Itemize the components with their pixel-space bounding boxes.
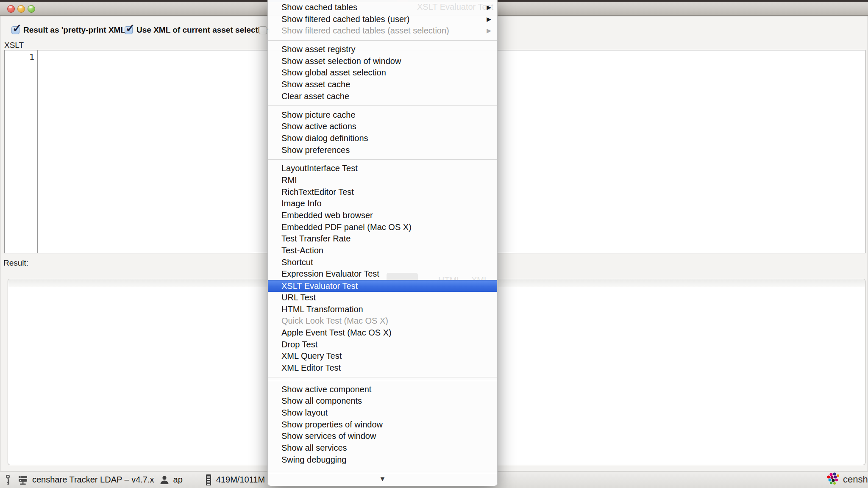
menu-item-image-info[interactable]: Image Info	[268, 198, 497, 210]
menu-item-show-properties-of-window[interactable]: Show properties of window	[268, 419, 497, 431]
menu-item-show-global-asset-selection[interactable]: Show global asset selection	[268, 67, 497, 79]
checkbox-use-xml-of-selection[interactable]: Use XML of current asset selection	[125, 25, 270, 35]
checkbox-box[interactable]	[259, 26, 267, 34]
menu-item-drop-test[interactable]: Drop Test	[268, 339, 497, 351]
checkbox-box[interactable]	[11, 26, 19, 34]
menu-item-label: Show services of window	[281, 431, 376, 441]
menu-item-show-cached-tables[interactable]: Show cached tables▶	[268, 2, 497, 14]
menu-item-label: Test Transfer Rate	[281, 234, 351, 243]
menu-item-show-services-of-window[interactable]: Show services of window	[268, 430, 497, 442]
key-icon	[3, 475, 14, 485]
menu-item-label: Show preferences	[281, 145, 350, 155]
menu-item-expression-evaluator-test[interactable]: Expression Evaluator Test	[268, 268, 497, 280]
menu-item-show-preferences[interactable]: Show preferences	[268, 144, 497, 156]
menu-item-label: Expression Evaluator Test	[281, 269, 379, 278]
menu-item-show-all-services[interactable]: Show all services	[268, 442, 497, 454]
checkbox-label: Result as 'pretty-print XML'	[23, 25, 128, 35]
censhare-logo-icon	[826, 472, 840, 487]
zoom-button[interactable]	[28, 5, 35, 13]
menu-item-apple-event-test-mac-os-x[interactable]: Apple Event Test (Mac OS X)	[268, 327, 497, 339]
menu-separator	[268, 381, 497, 381]
menu-item-show-asset-registry[interactable]: Show asset registry	[268, 44, 497, 55]
server-connection-icon	[17, 474, 28, 485]
menu-item-label: Apple Event Test (Mac OS X)	[281, 328, 392, 337]
line-number: 1	[5, 50, 37, 62]
menu-item-show-filtered-cached-tables-asset-selection: Show filtered cached tables (asset selec…	[268, 25, 497, 37]
menu-item-show-active-actions[interactable]: Show active actions	[268, 121, 497, 133]
menu-item-show-layout[interactable]: Show layout	[268, 407, 497, 419]
menu-item-label: Show cached tables	[281, 3, 357, 12]
debug-context-menu: XSLT Evaluator Test HTML XML Show cached…	[267, 0, 498, 486]
menu-item-label: RMI	[281, 175, 297, 185]
menu-item-label: Clear asset cache	[281, 92, 349, 101]
menu-item-label: HTML Transformation	[281, 305, 363, 314]
menu-item-label: Test-Action	[281, 246, 323, 255]
menu-item-label: XML Query Test	[281, 351, 342, 360]
xslt-panel-label: XSLT	[4, 41, 24, 50]
menu-item-show-all-components[interactable]: Show all components	[268, 395, 497, 407]
line-number-gutter: 1	[5, 50, 38, 253]
menu-item-label: Show active component	[281, 385, 371, 394]
menu-item-shortcut[interactable]: Shortcut	[268, 257, 497, 269]
menu-separator	[268, 377, 497, 377]
menu-item-label: Show properties of window	[281, 420, 383, 429]
menu-item-show-asset-selection-of-window[interactable]: Show asset selection of window	[268, 55, 497, 67]
menu-item-label: Drop Test	[281, 340, 317, 349]
menu-item-label: RichTextEditor Test	[281, 187, 354, 197]
menu-item-label: Quick Look Test (Mac OS X)	[281, 316, 388, 325]
menu-item-label: Image Info	[281, 199, 322, 208]
checkbox-box[interactable]	[125, 26, 133, 34]
submenu-arrow-icon: ▶	[487, 25, 491, 37]
checkbox-label: Use XML of current asset selection	[136, 25, 270, 35]
menu-item-html-transformation[interactable]: HTML Transformation	[268, 304, 497, 316]
menu-item-show-filtered-cached-tables-user[interactable]: Show filtered cached tables (user)▶	[268, 14, 497, 25]
menu-item-label: LayoutInterface Test	[281, 164, 358, 173]
menu-separator	[268, 105, 497, 106]
menu-item-show-picture-cache[interactable]: Show picture cache	[268, 109, 497, 121]
menu-item-show-dialog-definitions[interactable]: Show dialog definitions	[268, 133, 497, 144]
menu-item-xml-editor-test[interactable]: XML Editor Test	[268, 362, 497, 374]
menu-item-label: Show filtered cached tables (asset selec…	[281, 26, 449, 35]
menu-item-test-action[interactable]: Test-Action	[268, 245, 497, 257]
menu-item-layoutinterface-test[interactable]: LayoutInterface Test	[268, 163, 497, 175]
menu-item-show-active-component[interactable]: Show active component	[268, 384, 497, 396]
menu-item-xml-query-test[interactable]: XML Query Test	[268, 350, 497, 362]
close-button[interactable]	[7, 5, 15, 13]
menu-item-xslt-evaluator-test[interactable]: XSLT Evaluator Test	[268, 280, 497, 292]
menu-item-richtexteditor-test[interactable]: RichTextEditor Test	[268, 186, 497, 198]
menu-item-label: Show asset selection of window	[281, 56, 401, 66]
menu-item-test-transfer-rate[interactable]: Test Transfer Rate	[268, 233, 497, 245]
censhare-brand-text: censha	[843, 474, 868, 485]
menu-item-label: Swing debugging	[281, 455, 346, 464]
submenu-arrow-icon: ▶	[487, 2, 491, 14]
minimize-button[interactable]	[17, 5, 25, 13]
menu-item-quick-look-test-mac-os-x: Quick Look Test (Mac OS X)	[268, 315, 497, 327]
menu-item-label: Show dialog definitions	[281, 133, 368, 143]
menu-item-rmi[interactable]: RMI	[268, 175, 497, 186]
user-name-text: ap	[173, 475, 183, 485]
menu-item-list: Show cached tables▶Show filtered cached …	[268, 2, 497, 466]
submenu-arrow-icon: ▶	[487, 14, 491, 25]
memory-usage-text: 419M/1011M	[216, 475, 265, 485]
menu-item-label: Show global asset selection	[281, 68, 386, 77]
memory-icon	[205, 474, 212, 486]
menu-item-url-test[interactable]: URL Test	[268, 292, 497, 304]
result-panel-label: Result:	[3, 258, 28, 268]
menu-item-show-asset-cache[interactable]: Show asset cache	[268, 79, 497, 91]
menu-item-label: Show picture cache	[281, 110, 356, 119]
menu-item-clear-asset-cache[interactable]: Clear asset cache	[268, 91, 497, 103]
menu-item-label: Shortcut	[281, 258, 313, 267]
menu-item-swing-debugging[interactable]: Swing debugging	[268, 454, 497, 466]
menu-item-label: XML Editor Test	[281, 363, 341, 372]
menu-item-label: Embedded web browser	[281, 211, 373, 220]
menu-item-embedded-web-browser[interactable]: Embedded web browser	[268, 210, 497, 222]
checkbox-third-option[interactable]	[259, 25, 267, 35]
menu-item-embedded-pdf-panel-mac-os-x[interactable]: Embedded PDF panel (Mac OS X)	[268, 222, 497, 233]
server-status-text: censhare Tracker LDAP – v4.7.x	[32, 475, 154, 485]
menu-scroll-footer[interactable]: ▼	[268, 473, 497, 486]
menu-item-label: Show active actions	[281, 122, 356, 131]
menu-item-label: URL Test	[281, 293, 316, 302]
menu-item-label: Show all services	[281, 443, 347, 452]
checkbox-pretty-print-xml[interactable]: Result as 'pretty-print XML'	[11, 25, 128, 35]
censhare-brand: censha	[826, 471, 868, 488]
